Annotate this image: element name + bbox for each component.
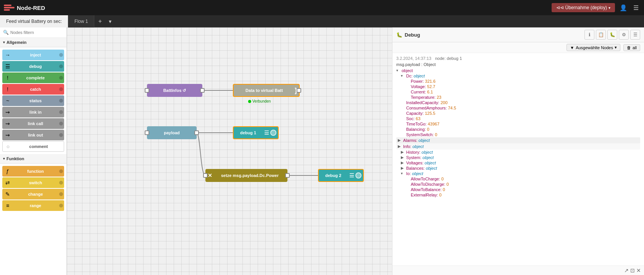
logo-icon [4, 4, 15, 11]
complete-icon: ! [2, 72, 13, 83]
node-linkout[interactable]: ⇝ link out [2, 130, 64, 140]
tree-consumed: ConsumedAmphours: 74.5 [396, 105, 640, 111]
tree-balances-type: object [426, 166, 437, 170]
tree-history-arrow[interactable]: ▶ [401, 150, 405, 154]
tree-timetogo-key: TimeToGo: [406, 122, 426, 126]
topbar-logo: Node-RED [4, 4, 45, 11]
catch-icon: ! [2, 84, 13, 95]
tree-timetogo: TimeToGo: 43967 [396, 121, 640, 127]
tree-history-type: object [421, 150, 433, 154]
debug-title-label: Debug [405, 32, 420, 38]
debug-close-panel-button[interactable]: ✕ [636, 267, 641, 273]
section-funktion[interactable]: ▾ Funktion [0, 154, 66, 164]
filter-arrow: ▾ [615, 45, 617, 50]
node-debug[interactable]: ☰ debug [2, 61, 64, 72]
node-linkin[interactable]: ⇝ link in [2, 107, 64, 117]
menu-button[interactable]: ☰ [632, 3, 640, 13]
change-icon: ✎ [2, 189, 13, 199]
canvas-node-payload[interactable]: payload [147, 126, 197, 139]
tree-voltages-arrow[interactable]: ▶ [401, 161, 405, 165]
tree-io-arrow[interactable]: ▾ [401, 171, 405, 175]
tree-balances-arrow[interactable]: ▶ [401, 166, 405, 170]
tree-io-balance: AllowToBalance: 0 [396, 187, 640, 192]
tree-dc-arrow[interactable]: ▾ [401, 74, 405, 78]
debug-content: 3.2.2024, 14:37:13 node: debug 1 msg.pay… [392, 53, 644, 265]
tree-io-discharge-val: 0 [447, 182, 449, 187]
tree-capacity-key: Capacity: [406, 111, 424, 116]
tree-dc-temp-spacer [405, 95, 409, 99]
catch-label: catch [13, 87, 58, 92]
debug-settings-button[interactable]: ⚙ [619, 30, 629, 40]
topbar: Node-RED ⊲⊲ Übernahme (deploy) ▾ 👤 ☰ [0, 0, 644, 15]
tree-capacity-spacer [401, 111, 405, 115]
node-catch[interactable]: ! catch [2, 84, 64, 95]
tree-system-arrow[interactable]: ▶ [401, 155, 405, 159]
tree-dc: ▾ Dc: object [396, 73, 640, 79]
debug-copy-button[interactable]: 📋 [596, 30, 606, 40]
debug1-out [270, 130, 276, 136]
node-linkcall[interactable]: ⇝ link call [2, 118, 64, 129]
node-range[interactable]: ≡ range [2, 200, 64, 211]
debug-bug-button[interactable]: 🐛 [607, 30, 617, 40]
verbunden-label: Verbunden [252, 99, 271, 103]
funktion-node-list: ƒ function ⇄ switch ✎ change ≡ range [0, 164, 66, 213]
tree-root: ▾ object [396, 68, 640, 73]
node-switch[interactable]: ⇄ switch [2, 177, 64, 188]
tab-feed-virtual-label: Feed virtual Battery on sec: [6, 19, 62, 24]
debug-node-ref: node: debug 1 [435, 56, 462, 61]
node-status[interactable]: ~ status [2, 95, 64, 106]
canvas-area[interactable]: BattInfos ↺ payload Data to virtual Batt… [67, 27, 392, 275]
deploy-dropdown-arrow: ▾ [608, 6, 610, 10]
deploy-button[interactable]: ⊲⊲ Übernahme (deploy) ▾ [552, 3, 615, 12]
battinfos-port-right [200, 88, 205, 93]
tree-info-arrow[interactable]: ▶ [398, 144, 402, 148]
chevron-funktion-icon: ▾ [3, 157, 5, 161]
debug-expand-button[interactable]: ↗ [624, 267, 629, 273]
linkcall-label: link call [13, 121, 58, 126]
debug-handle [59, 64, 63, 68]
node-comment[interactable]: ○ comment [2, 141, 64, 152]
node-function[interactable]: ƒ function [2, 166, 64, 177]
clear-all-button[interactable]: 🗑 all [623, 44, 640, 51]
verbunden-dot [248, 100, 251, 103]
node-complete[interactable]: ! complete [2, 72, 64, 83]
tab-feed-virtual[interactable]: Feed virtual Battery on sec: [0, 15, 68, 27]
setze-label: setze msg.payload.Dc.Power [212, 173, 287, 178]
canvas-node-debug2[interactable]: debug 2 ☰ [318, 169, 364, 182]
verbunden-badge: Verbunden [248, 99, 271, 103]
tree-system: ▶ System: object [396, 155, 640, 160]
tab-more-button[interactable]: ▾ [106, 18, 115, 24]
filter-nodes-button[interactable]: ▼ Ausgewählte Nodes ▾ [567, 44, 620, 51]
change-label: change [13, 192, 58, 196]
tree-root-arrow[interactable]: ▾ [396, 68, 400, 72]
tree-alarms-arrow[interactable]: ▶ [398, 138, 402, 142]
section-allgemein[interactable]: ▾ Allgemein [0, 38, 66, 47]
tree-io-relay-spacer [405, 193, 409, 197]
debug1-menu[interactable]: ☰ [263, 127, 270, 138]
tree-soc: Soc: 63 [396, 116, 640, 121]
canvas-node-debug1[interactable]: debug 1 ☰ [233, 126, 279, 139]
tree-dc-voltage-val: 52.7 [427, 84, 435, 89]
debug-list-button[interactable]: ☰ [630, 30, 640, 40]
canvas-node-setze[interactable]: ✕ setze msg.payload.Dc.Power [205, 169, 287, 182]
linkout-label: link out [13, 133, 58, 137]
tab-add-button[interactable]: + [94, 18, 105, 25]
canvas-node-data-virtual[interactable]: Data to virtual Batt } [233, 84, 300, 97]
tree-voltages-key: Voltages: [406, 161, 423, 165]
tree-dc-power: Power: 321.6 [396, 79, 640, 84]
node-inject[interactable]: → inject [2, 50, 64, 60]
inject-icon: → [2, 50, 13, 60]
tab-flow1[interactable]: Flow 1 [68, 15, 94, 27]
tree-consumed-spacer [401, 106, 405, 110]
node-change[interactable]: ✎ change [2, 189, 64, 199]
tree-balances-key: Balances: [406, 166, 424, 170]
debug-restore-button[interactable]: ⊡ [630, 267, 635, 273]
battinfos-port-left [145, 88, 149, 93]
tree-io-discharge: AllowToDischarge: 0 [396, 182, 640, 187]
tree-sysswitch-spacer [401, 132, 405, 137]
search-input[interactable] [10, 30, 63, 35]
debug2-menu[interactable]: ☰ [348, 170, 355, 181]
debug-info-button[interactable]: ℹ [584, 30, 594, 40]
canvas-node-battinfos[interactable]: BattInfos ↺ [147, 84, 202, 97]
user-button[interactable]: 👤 [618, 3, 629, 13]
